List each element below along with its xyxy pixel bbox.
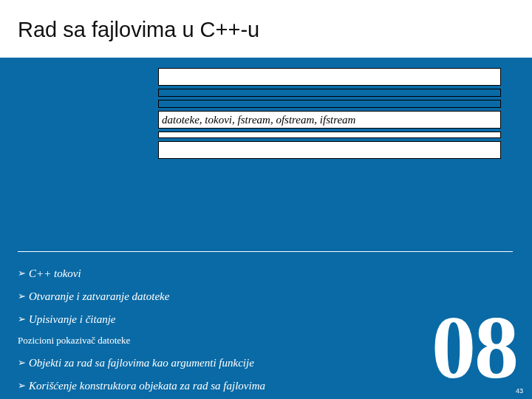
slide: Rad sa fajlovima u C++-u datoteke, tokov… — [0, 0, 532, 399]
title-bar: Rad sa fajlovima u C++-u — [0, 0, 532, 58]
keyword-box-stack: datoteke, tokovi, fstream, ofstream, ifs… — [158, 68, 501, 162]
box-accent-1 — [158, 89, 501, 97]
box-accent-2 — [158, 100, 501, 108]
horizontal-divider — [18, 251, 513, 252]
bullet-marker-icon: Pozicioni pokazivač datoteke — [18, 334, 130, 347]
bullet-marker-icon: ➢ — [18, 267, 26, 280]
box-blank-top — [158, 68, 501, 86]
chapter-number: 08 — [432, 310, 517, 386]
bullet-marker-icon: ➢ — [18, 356, 26, 369]
box-blank-bottom — [158, 141, 501, 159]
slide-title: Rad sa fajlovima u C++-u — [18, 18, 532, 42]
box-keywords: datoteke, tokovi, fstream, ofstream, ifs… — [158, 111, 501, 129]
bullet-text: C++ tokovi — [29, 266, 81, 282]
bullet-text: Upisivanje i čitanje — [29, 312, 115, 327]
keywords-text: datoteke, tokovi, fstream, ofstream, ifs… — [162, 114, 355, 126]
bullet-text: Korišćenje konstruktora objekata za rad … — [29, 378, 265, 394]
bullet-marker-icon: ➢ — [18, 379, 26, 392]
bullet-marker-icon: ➢ — [18, 290, 26, 303]
box-thin-1 — [158, 132, 501, 138]
bullet-text: Otvaranje i zatvaranje datoteke — [29, 289, 169, 304]
page-number: 43 — [516, 387, 523, 395]
list-item: ➢ C++ tokovi — [18, 266, 517, 282]
bullet-marker-icon: ➢ — [18, 313, 26, 326]
bullet-text: Objekti za rad sa fajlovima kao argument… — [29, 355, 254, 371]
